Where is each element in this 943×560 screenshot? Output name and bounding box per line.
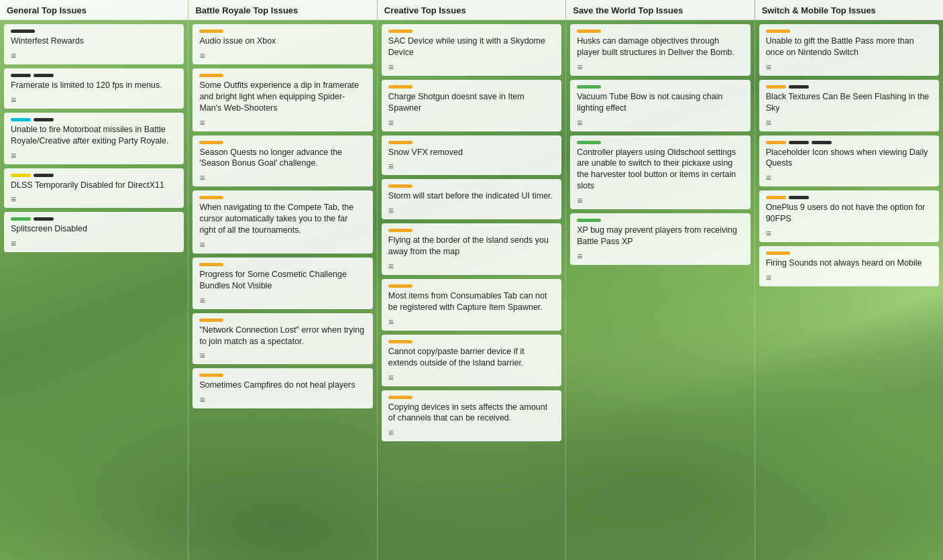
list-item[interactable]: Unable to fire Motorboat missiles in Bat…	[4, 113, 184, 164]
menu-icon: ≡	[577, 62, 743, 72]
status-indicator	[766, 251, 790, 255]
card-indicators	[388, 184, 555, 188]
card-title: Winterfest Rewards	[11, 36, 177, 47]
card-title: Cannot copy/paste barrier device if it e…	[388, 346, 555, 369]
list-item[interactable]: Snow VFX removed≡	[382, 135, 561, 176]
status-indicator	[766, 30, 790, 33]
status-indicator	[388, 340, 412, 343]
menu-icon: ≡	[199, 118, 366, 127]
menu-icon: ≡	[199, 173, 366, 182]
column-save-the-world: Save the World Top IssuesHusks can damag…	[566, 0, 755, 560]
list-item[interactable]: OnePlus 9 users do not have the option f…	[759, 190, 939, 242]
list-item[interactable]: Storm will start before the indicated UI…	[382, 179, 561, 219]
menu-icon: ≡	[766, 62, 932, 72]
list-item[interactable]: When navigating to the Compete Tab, the …	[192, 190, 372, 254]
menu-icon: ≡	[388, 206, 555, 215]
status-indicator	[34, 174, 54, 177]
status-indicator	[812, 141, 832, 144]
list-item[interactable]: Cannot copy/paste barrier device if it e…	[382, 335, 561, 386]
list-item[interactable]: Splitscreen Disabled≡	[4, 212, 184, 252]
list-item[interactable]: Black Textures Can Be Seen Flashing in t…	[759, 80, 939, 131]
list-item[interactable]: Controller players using Oldschool setti…	[570, 135, 750, 210]
card-indicators	[388, 396, 555, 399]
list-item[interactable]: Firing Sounds not always heard on Mobile…	[759, 246, 939, 286]
list-item[interactable]: Audio issue on Xbox≡	[192, 24, 372, 64]
status-indicator	[199, 263, 223, 266]
card-title: DLSS Temporarily Disabled for DirectX11	[11, 180, 177, 191]
menu-icon: ≡	[199, 296, 366, 305]
list-item[interactable]: XP bug may prevent players from receivin…	[570, 213, 750, 265]
column-body-save-the-world: Husks can damage objectives through play…	[566, 20, 754, 560]
list-item[interactable]: Charge Shotgun doesnt save in Item Spawn…	[382, 80, 561, 131]
card-title: "Network Connection Lost" error when try…	[199, 325, 366, 347]
card-indicators	[199, 30, 366, 33]
menu-icon: ≡	[577, 251, 743, 261]
list-item[interactable]: Flying at the border of the island sends…	[382, 223, 561, 275]
menu-icon: ≡	[388, 162, 555, 171]
card-indicators	[388, 141, 555, 144]
card-title: XP bug may prevent players from receivin…	[577, 225, 743, 247]
status-indicator	[789, 141, 809, 144]
status-indicator	[199, 319, 223, 322]
card-indicators	[11, 118, 177, 121]
status-indicator	[388, 85, 412, 89]
column-general: General Top IssuesWinterfest Rewards≡Fra…	[0, 0, 188, 560]
column-header-save-the-world: Save the World Top Issues	[566, 0, 754, 20]
list-item[interactable]: Framerate is limited to 120 fps in menus…	[4, 68, 184, 109]
menu-icon: ≡	[11, 51, 177, 60]
card-indicators	[199, 196, 366, 199]
list-item[interactable]: Winterfest Rewards≡	[4, 24, 184, 64]
column-creative: Creative Top IssuesSAC Device while usin…	[378, 0, 566, 560]
status-indicator	[388, 184, 412, 188]
card-title: Vacuum Tube Bow is not causing chain lig…	[577, 91, 743, 114]
status-indicator	[577, 85, 601, 89]
card-indicators	[199, 263, 366, 266]
card-title: Unable to gift the Battle Pass more than…	[766, 36, 932, 58]
status-indicator	[766, 141, 786, 144]
card-title: Storm will start before the indicated UI…	[388, 190, 555, 202]
status-indicator	[766, 196, 786, 199]
card-indicators	[11, 217, 177, 221]
list-item[interactable]: Copying devices in sets affects the amou…	[382, 390, 561, 442]
status-indicator	[388, 396, 412, 399]
status-indicator	[11, 30, 35, 33]
card-indicators	[577, 85, 743, 89]
card-title: Flying at the border of the island sends…	[388, 235, 555, 258]
list-item[interactable]: Some Outfits experience a dip in framera…	[192, 68, 372, 131]
list-item[interactable]: Season Quests no longer advance the 'Sea…	[192, 135, 372, 187]
card-indicators	[388, 229, 555, 232]
card-title: Charge Shotgun doesnt save in Item Spawn…	[388, 91, 555, 114]
card-title: Unable to fire Motorboat missiles in Bat…	[11, 124, 177, 147]
column-switch-mobile: Switch & Mobile Top IssuesUnable to gift…	[755, 0, 943, 560]
card-title: Controller players using Oldschool setti…	[577, 147, 743, 192]
menu-icon: ≡	[388, 317, 555, 327]
list-item[interactable]: "Network Connection Lost" error when try…	[192, 313, 372, 365]
list-item[interactable]: Sometimes Campfires do not heal players≡	[192, 368, 372, 408]
list-item[interactable]: Vacuum Tube Bow is not causing chain lig…	[570, 80, 750, 131]
status-indicator	[388, 229, 412, 232]
status-indicator	[388, 284, 412, 288]
card-title: Husks can damage objectives through play…	[577, 36, 743, 58]
card-indicators	[577, 141, 743, 144]
card-indicators	[766, 141, 932, 144]
column-header-creative: Creative Top Issues	[378, 0, 565, 20]
list-item[interactable]: Most items from Consumables Tab can not …	[382, 279, 561, 331]
list-item[interactable]: Progress for Some Cosmetic Challenge Bun…	[192, 258, 372, 309]
card-indicators	[388, 340, 555, 343]
list-item[interactable]: SAC Device while using it with a Skydome…	[382, 24, 561, 76]
list-item[interactable]: Placeholder Icon shows when viewing Dail…	[759, 135, 939, 187]
status-indicator	[388, 141, 412, 144]
list-item[interactable]: DLSS Temporarily Disabled for DirectX11≡	[4, 168, 184, 209]
card-indicators	[11, 30, 177, 33]
status-indicator	[577, 141, 601, 144]
card-title: Audio issue on Xbox	[199, 36, 366, 47]
list-item[interactable]: Husks can damage objectives through play…	[570, 24, 750, 76]
card-title: Black Textures Can Be Seen Flashing in t…	[766, 91, 932, 114]
list-item[interactable]: Unable to gift the Battle Pass more than…	[759, 24, 939, 76]
card-title: Some Outfits experience a dip in framera…	[199, 80, 366, 114]
card-indicators	[388, 30, 555, 33]
card-title: Sometimes Campfires do not heal players	[199, 380, 366, 391]
menu-icon: ≡	[199, 51, 366, 60]
menu-icon: ≡	[766, 118, 932, 127]
menu-icon: ≡	[388, 118, 555, 127]
